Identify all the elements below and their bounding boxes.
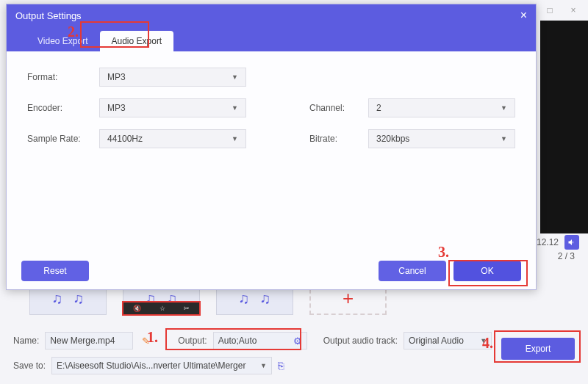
export-wrap: Export bbox=[501, 338, 575, 360]
annotation-3: 3. bbox=[438, 244, 449, 261]
format-value: MP3 bbox=[107, 72, 126, 82]
modal-titlebar: Output Settings × bbox=[7, 4, 536, 26]
music-note-icon: ♫ bbox=[239, 290, 250, 307]
bitrate-select[interactable]: 320kbps ▼ bbox=[368, 129, 515, 148]
sample-rate-label: Sample Rate: bbox=[27, 134, 99, 144]
player-info: 0:12.12 bbox=[529, 235, 579, 250]
output-settings-modal: Output Settings × Video Export Audio Exp… bbox=[6, 4, 537, 290]
annotation-2: 2. bbox=[68, 23, 79, 40]
maximize-icon[interactable]: □ bbox=[544, 4, 556, 16]
saveto-value: E:\Aiseesoft Studio\Ais...nverter Ultima… bbox=[57, 361, 245, 371]
encoder-value: MP3 bbox=[107, 103, 126, 113]
plus-icon: + bbox=[343, 287, 354, 310]
output-label: Output: bbox=[178, 336, 207, 346]
cancel-button[interactable]: Cancel bbox=[379, 261, 446, 281]
chevron-down-icon: ▼ bbox=[232, 135, 238, 142]
annotation-1: 1. bbox=[147, 329, 158, 346]
mute-icon[interactable]: 🔇 bbox=[133, 305, 141, 312]
output-field[interactable]: Auto;Auto ⚙ bbox=[213, 332, 307, 349]
channel-value: 2 bbox=[376, 103, 381, 113]
saveto-select[interactable]: E:\Aiseesoft Studio\Ais...nverter Ultima… bbox=[51, 357, 272, 374]
chevron-down-icon: ▼ bbox=[260, 362, 267, 369]
saveto-label: Save to: bbox=[13, 361, 46, 371]
bottom-row-2: Save to: E:\Aiseesoft Studio\Ais...nvert… bbox=[13, 357, 579, 374]
bitrate-value: 320kbps bbox=[376, 134, 409, 144]
name-field[interactable]: New Merge.mp4 bbox=[45, 332, 133, 349]
volume-icon[interactable] bbox=[564, 235, 579, 250]
music-note-icon: ♫ bbox=[74, 290, 85, 307]
audio-track-select[interactable]: Original Audio ▼ bbox=[404, 332, 492, 349]
sample-rate-value: 44100Hz bbox=[107, 134, 143, 144]
chevron-down-icon: ▼ bbox=[232, 104, 238, 112]
chevron-down-icon: ▼ bbox=[501, 104, 507, 112]
modal-body: Format: MP3 ▼ Encoder: MP3 ▼ Channel: 2 … bbox=[7, 51, 536, 253]
modal-title: Output Settings bbox=[15, 10, 82, 21]
output-value: Auto;Auto bbox=[218, 336, 257, 346]
audio-track-label: Output audio track: bbox=[323, 336, 398, 346]
ok-button[interactable]: OK bbox=[453, 261, 521, 281]
bottom-row-1: Name: New Merge.mp4 ✎ Output: Auto;Auto … bbox=[13, 332, 579, 349]
star-icon[interactable]: ☆ bbox=[159, 305, 165, 312]
cut-icon[interactable]: ✂ bbox=[184, 305, 190, 312]
bitrate-label: Bitrate: bbox=[309, 134, 368, 144]
music-note-icon: ♫ bbox=[260, 290, 271, 307]
tab-audio-export[interactable]: Audio Export bbox=[100, 31, 174, 51]
audio-track-value: Original Audio bbox=[409, 336, 464, 346]
export-button[interactable]: Export bbox=[501, 338, 575, 360]
modal-close-icon[interactable]: × bbox=[520, 9, 527, 22]
tab-video-export[interactable]: Video Export bbox=[26, 31, 100, 51]
channel-select[interactable]: 2 ▼ bbox=[368, 98, 515, 117]
modal-tabs: Video Export Audio Export bbox=[7, 26, 536, 51]
video-preview[interactable] bbox=[540, 21, 588, 233]
modal-footer: Reset Cancel OK bbox=[7, 253, 536, 289]
reset-button[interactable]: Reset bbox=[21, 261, 89, 281]
open-folder-icon[interactable]: ⎘ bbox=[278, 360, 284, 372]
encoder-label: Encoder: bbox=[27, 103, 99, 113]
name-label: Name: bbox=[13, 336, 39, 346]
sample-rate-select[interactable]: 44100Hz ▼ bbox=[99, 129, 246, 148]
encoder-select[interactable]: MP3 ▼ bbox=[99, 98, 246, 117]
gear-icon[interactable]: ⚙ bbox=[293, 336, 302, 347]
chevron-down-icon: ▼ bbox=[232, 73, 238, 81]
chevron-down-icon: ▼ bbox=[501, 135, 507, 142]
clip-toolbar[interactable]: 🔇 ☆ ✂ bbox=[123, 303, 199, 314]
close-icon[interactable]: × bbox=[567, 4, 579, 16]
format-select[interactable]: MP3 ▼ bbox=[99, 68, 246, 87]
annotation-4: 4. bbox=[482, 335, 493, 352]
format-label: Format: bbox=[27, 72, 99, 82]
music-note-icon: ♫ bbox=[52, 290, 63, 307]
channel-label: Channel: bbox=[309, 103, 368, 113]
clip-page-indicator: 2 / 3 bbox=[558, 251, 575, 261]
